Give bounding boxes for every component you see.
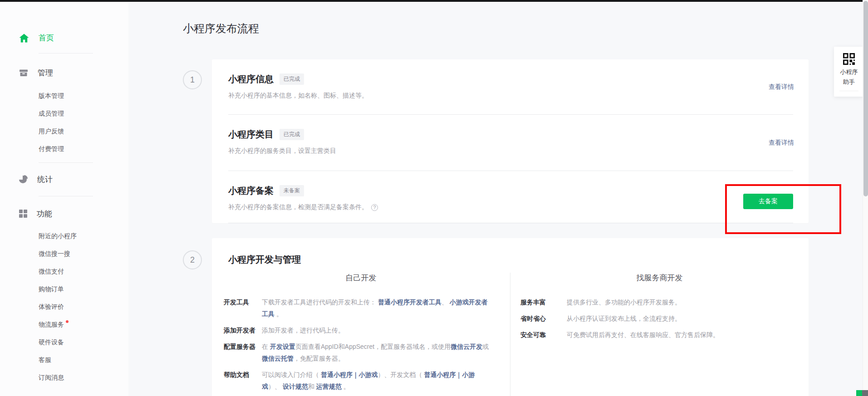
- sidebar-item-label: 版本管理: [39, 92, 64, 99]
- inline-link[interactable]: ｜: [353, 371, 359, 378]
- scrollbar-thumb[interactable]: [863, 1, 868, 196]
- sidebar-item-version-manage[interactable]: 版本管理: [0, 87, 128, 105]
- view-details-link[interactable]: 查看详情: [769, 83, 794, 91]
- sidebar-item-member-manage[interactable]: 成员管理: [0, 105, 128, 122]
- dev-row-desc: 下载开发者工具进行代码的开发和上传： 普通小程序开发者工具、 小游戏开发者工具 …: [262, 296, 490, 320]
- assistant-label-line2: 助手: [834, 78, 864, 87]
- inline-link[interactable]: 普通小程序: [424, 371, 456, 378]
- sidebar-item-subscribe-message[interactable]: 订阅消息: [0, 369, 128, 386]
- floating-widget-gray: [862, 390, 868, 396]
- release-steps-card: 小程序信息 已完成 补充小程序的基本信息，如名称、图标、描述等。 查看详情 小程…: [212, 59, 809, 223]
- page-title: 小程序发布流程: [183, 21, 259, 36]
- inline-link[interactable]: 设计规范: [283, 383, 308, 390]
- dev-row-desc: 添加开发者，进行代码上传。: [262, 324, 490, 336]
- sidebar-item-shopping-orders[interactable]: 购物订单: [0, 280, 128, 298]
- sidebar-item-label: 附近的小程序: [39, 232, 77, 240]
- sidebar-item-wechat-pay[interactable]: 微信支付: [0, 263, 128, 280]
- sidebar-divider: [39, 162, 93, 163]
- floating-widget-corner[interactable]: [856, 390, 868, 396]
- dev-row-label: 配置服务器: [224, 341, 262, 364]
- column-vendor-develop: 找服务商开发 服务丰富提供多行业、多功能的小程序开发服务。省时省心从小程序认证到…: [510, 273, 809, 396]
- sidebar: 首页 管理 版本管理 成员管理 用户反馈 付费管理 统计 功能 附近的小程序 微…: [0, 2, 128, 396]
- dev-row-label: 服务丰富: [520, 296, 567, 308]
- desc-text: 提供多行业、多功能的小程序开发服务。: [567, 298, 681, 306]
- sidebar-item-nearby-miniprogram[interactable]: 附近的小程序: [0, 227, 128, 245]
- sidebar-item-label: 客服: [39, 356, 51, 363]
- inline-link[interactable]: 微信云开发: [451, 343, 482, 350]
- desc-text: 补充小程序的基本信息，如名称、图标、描述等。: [228, 92, 368, 100]
- desc-text: 从小程序认证到发布上线，全流程支持。: [567, 315, 681, 322]
- desc-text: 或: [482, 343, 489, 350]
- inline-link[interactable]: 运营规范: [316, 383, 342, 390]
- desc-text: 。: [275, 310, 283, 318]
- inline-link[interactable]: 小游戏: [359, 371, 378, 378]
- dev-rows: 开发工具下载开发者工具进行代码的开发和上传： 普通小程序开发者工具、 小游戏开发…: [212, 296, 510, 392]
- dev-manage-title: 小程序开发与管理: [228, 254, 809, 266]
- dev-row: 帮助文档可以阅读入门介绍（ 普通小程序｜小游戏）、开发文档（ 普通小程序｜小游戏…: [212, 369, 510, 392]
- dev-row: 服务丰富提供多行业、多功能的小程序开发服务。: [510, 296, 809, 308]
- sidebar-item-payment-manage[interactable]: 付费管理: [0, 140, 128, 158]
- assistant-label-line1: 小程序: [834, 68, 864, 77]
- sidebar-item-hardware-device[interactable]: 硬件设备: [0, 333, 128, 351]
- dev-row-label: 开发工具: [224, 296, 262, 320]
- help-icon[interactable]: ?: [371, 204, 378, 211]
- dev-row: 添加开发者添加开发者，进行代码上传。: [212, 324, 510, 336]
- desc-text: 页面查看AppID和AppSecret，配置服务器域名，或使用: [295, 343, 451, 350]
- sidebar-item-label: 购物订单: [39, 285, 64, 293]
- dev-rows: 服务丰富提供多行业、多功能的小程序开发服务。省时省心从小程序认证到发布上线，全流…: [510, 296, 809, 341]
- inline-link[interactable]: 开发设置: [270, 343, 295, 350]
- sidebar-item-experience-rating[interactable]: 体验评价: [0, 298, 128, 316]
- sidebar-item-statistics[interactable]: 统计: [19, 174, 128, 185]
- column-header: 找服务商开发: [510, 273, 809, 285]
- inline-link[interactable]: 普通小程序: [321, 371, 353, 378]
- dev-row-label: 帮助文档: [224, 369, 262, 392]
- desc-text: 可以阅读入门介绍（: [262, 371, 321, 378]
- sidebar-item-label: 订阅消息: [39, 374, 64, 381]
- inline-link[interactable]: 微信云托管: [262, 355, 294, 362]
- status-badge: 已完成: [280, 129, 304, 140]
- floating-widget-green: [856, 390, 862, 396]
- dev-row-desc: 从小程序认证到发布上线，全流程支持。: [567, 313, 795, 324]
- status-badge: 已完成: [280, 73, 304, 85]
- sidebar-item-user-feedback[interactable]: 用户反馈: [0, 122, 128, 140]
- inline-link[interactable]: 普通小程序开发者工具: [378, 298, 441, 306]
- dev-row-label: 省时省心: [520, 313, 567, 324]
- desc-text: 、: [441, 298, 450, 306]
- qr-code-icon: [843, 53, 855, 65]
- assistant-divider: [839, 91, 858, 91]
- dev-row-desc: 可免费试用后再支付、在线客服响应、官方售后保障。: [567, 329, 795, 341]
- section-desc: 补充小程序的服务类目，设置主营类目: [228, 147, 769, 155]
- sidebar-item-wechat-search[interactable]: 微信搜一搜: [0, 245, 128, 263]
- sidebar-manage-submenu: 版本管理 成员管理 用户反馈 付费管理: [0, 87, 128, 158]
- view-details-link[interactable]: 查看详情: [769, 139, 794, 147]
- section-miniprogram-info: 小程序信息 已完成 补充小程序的基本信息，如名称、图标、描述等。 查看详情: [212, 59, 809, 115]
- sidebar-item-label: 硬件设备: [39, 338, 64, 346]
- dev-row-desc: 提供多行业、多功能的小程序开发服务。: [567, 296, 795, 308]
- sidebar-item-features[interactable]: 功能: [19, 208, 128, 219]
- inline-link[interactable]: ｜: [456, 371, 462, 378]
- desc-text: 添加开发者，进行代码上传。: [262, 327, 344, 334]
- section-desc: 补充小程序的备案信息，检测是否满足备案条件。 ?: [228, 203, 794, 211]
- desc-text: 在: [262, 343, 270, 350]
- dev-row-desc: 在 开发设置页面查看AppID和AppSecret，配置服务器域名，或使用微信云…: [262, 341, 490, 364]
- sidebar-item-manage[interactable]: 管理: [19, 67, 128, 78]
- desc-text: 可免费试用后再支付、在线客服响应、官方售后保障。: [567, 331, 719, 338]
- grid-icon: [19, 210, 27, 218]
- notification-dot: [66, 320, 69, 323]
- annotation-highlight-box: [725, 184, 841, 234]
- sidebar-item-logistics-service[interactable]: 物流服务: [0, 316, 128, 333]
- dev-row: 安全可靠可免费试用后再支付、在线客服响应、官方售后保障。: [510, 329, 809, 341]
- column-header: 自己开发: [212, 273, 510, 285]
- dev-row: 省时省心从小程序认证到发布上线，全流程支持。: [510, 313, 809, 324]
- desc-text: 。: [342, 383, 350, 390]
- home-icon: [19, 34, 29, 43]
- sidebar-features-label: 功能: [37, 209, 52, 219]
- sidebar-item-home[interactable]: 首页: [19, 33, 128, 43]
- desc-text: 和: [308, 383, 316, 390]
- sidebar-item-customer-service[interactable]: 客服: [0, 351, 128, 369]
- section-miniprogram-category: 小程序类目 已完成 补充小程序的服务类目，设置主营类目 查看详情: [212, 115, 809, 171]
- desc-text: ）、: [268, 383, 283, 390]
- sidebar-divider: [39, 196, 93, 196]
- page-scrollbar: [863, 0, 868, 396]
- miniprogram-assistant-panel[interactable]: 小程序 助手: [834, 47, 864, 97]
